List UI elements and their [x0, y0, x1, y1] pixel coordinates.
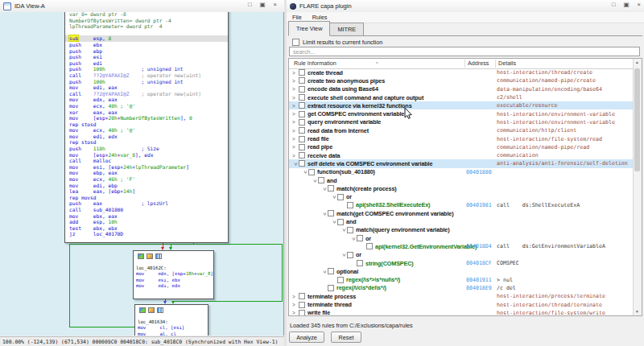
- expand-icon[interactable]: >: [292, 86, 299, 92]
- tree-row[interactable]: string(COMSPEC)004018CFCOMSPEC: [289, 259, 634, 267]
- row-checkbox[interactable]: [347, 252, 353, 258]
- row-checkbox[interactable]: [328, 285, 334, 291]
- tree-row[interactable]: >encode data using Base64data-manipulati…: [289, 85, 634, 93]
- row-checkbox[interactable]: [366, 243, 373, 249]
- row-checkbox[interactable]: [357, 235, 363, 241]
- tab-tree-view[interactable]: Tree View: [288, 21, 330, 36]
- row-checkbox[interactable]: [337, 277, 344, 283]
- tree-row[interactable]: >read data from Internetcommunication/ht…: [289, 126, 634, 134]
- float-window-icon[interactable]: ▣: [624, 1, 630, 8]
- column-rule-information[interactable]: Rule Information: [294, 59, 336, 68]
- tree-row[interactable]: >or: [289, 251, 634, 259]
- basic-block-loc-401634[interactable]: loc_401634:mov cl, [esi]mov al, cl: [134, 304, 208, 336]
- row-checkbox[interactable]: [337, 194, 344, 200]
- float-window-icon[interactable]: ▣: [260, 1, 266, 8]
- close-icon[interactable]: ×: [274, 1, 277, 8]
- row-checkbox[interactable]: [299, 102, 305, 109]
- tree-row[interactable]: >execute shell command and capture outpu…: [289, 93, 634, 101]
- tree-row[interactable]: >query environment variablehost-interact…: [289, 118, 634, 126]
- tree-row[interactable]: >match(get COMSPEC environment variable): [289, 209, 634, 217]
- row-checkbox[interactable]: [328, 210, 334, 216]
- maximize-icon[interactable]: □: [248, 1, 252, 8]
- search-input[interactable]: search...: [289, 47, 640, 56]
- maximize-icon[interactable]: □: [612, 1, 616, 8]
- ida-graph-view[interactable]: var_8= dword ptr -8NumberOfBytesWritten=…: [0, 12, 284, 336]
- row-checkbox[interactable]: [299, 152, 305, 159]
- scroll-down-icon[interactable]: ▾: [634, 308, 641, 315]
- expand-icon[interactable]: >: [292, 302, 299, 307]
- row-checkbox[interactable]: [328, 185, 334, 192]
- tree-row[interactable]: >terminate processhost-interaction/proce…: [289, 292, 634, 300]
- row-checkbox[interactable]: [318, 177, 324, 183]
- row-address[interactable]: 004018CF: [466, 260, 492, 266]
- expand-icon[interactable]: >: [292, 144, 299, 150]
- tree-row[interactable]: >create two anonymous pipescommunication…: [289, 76, 634, 84]
- tree-row[interactable]: >read pipecommunication/named-pipe/read: [289, 143, 634, 151]
- tree-row[interactable]: >extract resource via kernel32 functions…: [289, 101, 634, 109]
- analyze-button[interactable]: Analyze: [289, 332, 324, 343]
- expand-icon[interactable]: >: [292, 70, 299, 76]
- expand-icon[interactable]: >: [292, 111, 299, 117]
- menu-file[interactable]: File: [292, 14, 302, 21]
- tree-row[interactable]: api(kernel32.GetEnvironmentVariable)0040…: [289, 242, 634, 250]
- row-address[interactable]: 004018D4: [466, 243, 492, 249]
- row-address[interactable]: 00401981: [466, 202, 492, 208]
- row-checkbox[interactable]: [299, 144, 305, 150]
- tree-row[interactable]: >or: [289, 193, 634, 201]
- expand-icon[interactable]: >: [292, 294, 299, 299]
- row-checkbox[interactable]: [299, 86, 305, 93]
- close-icon[interactable]: ×: [638, 1, 641, 8]
- scroll-up-icon[interactable]: ▴: [634, 59, 641, 66]
- expand-icon[interactable]: >: [292, 119, 299, 125]
- reset-button[interactable]: Reset: [331, 332, 361, 343]
- limit-checkbox-row[interactable]: Limit results to current function: [292, 39, 382, 46]
- tree-row[interactable]: >read filehost-interaction/file-system/r…: [289, 134, 634, 142]
- row-checkbox[interactable]: [299, 160, 305, 167]
- row-checkbox[interactable]: [347, 202, 353, 208]
- row-checkbox[interactable]: [299, 111, 305, 117]
- row-checkbox[interactable]: [328, 268, 334, 274]
- column-address[interactable]: Address: [468, 59, 489, 68]
- rule-tree[interactable]: Rule Information Address Details ^ >crea…: [288, 58, 642, 316]
- row-checkbox[interactable]: [299, 77, 305, 84]
- row-checkbox[interactable]: [299, 69, 305, 76]
- tree-row[interactable]: >and: [289, 217, 634, 225]
- row-checkbox[interactable]: [357, 260, 363, 266]
- row-checkbox[interactable]: [299, 119, 305, 126]
- column-details[interactable]: Details: [498, 59, 516, 68]
- expand-icon[interactable]: >: [292, 136, 299, 142]
- row-checkbox[interactable]: [337, 219, 344, 225]
- limit-checkbox[interactable]: [292, 39, 299, 46]
- row-checkbox[interactable]: [299, 293, 305, 299]
- row-checkbox[interactable]: [308, 169, 315, 175]
- tree-row[interactable]: >receive datacommunication: [289, 151, 634, 159]
- tree-row[interactable]: regex(/\/c\s*del\s*/)004018E9/c del: [289, 284, 634, 292]
- tree-row[interactable]: >optional: [289, 267, 634, 275]
- row-address[interactable]: 00401911: [466, 277, 492, 283]
- row-checkbox[interactable]: [347, 227, 353, 233]
- basic-block-loc-40162C[interactable]: loc_40162C:mov edx, [esp+18h+var_8]mov e…: [133, 250, 214, 299]
- expand-icon[interactable]: >: [292, 103, 299, 109]
- tree-row[interactable]: >and: [289, 176, 634, 184]
- row-checkbox[interactable]: [299, 136, 305, 142]
- tree-row[interactable]: >self delete via COMSPEC environment var…: [289, 159, 634, 167]
- row-checkbox[interactable]: [299, 310, 305, 316]
- expand-icon[interactable]: >: [292, 153, 299, 159]
- tree-row[interactable]: >match(create process): [289, 184, 634, 192]
- row-address[interactable]: 004018E9: [466, 285, 492, 291]
- tree-row[interactable]: >create threadhost-interaction/thread/cr…: [289, 68, 634, 76]
- tree-row[interactable]: >or: [289, 234, 634, 242]
- row-checkbox[interactable]: [299, 302, 305, 308]
- tree-row[interactable]: >function(sub_401880)00401880: [289, 168, 634, 176]
- scrollbar-thumb[interactable]: [634, 68, 640, 171]
- tree-row[interactable]: regex(/\s*>\s*nul\s*/)00401911> nul: [289, 276, 634, 284]
- row-checkbox[interactable]: [299, 127, 305, 134]
- tree-row[interactable]: >match(query environment variable): [289, 226, 634, 234]
- tab-mitre[interactable]: MITRE: [329, 23, 364, 36]
- expand-icon[interactable]: >: [292, 310, 299, 315]
- expand-icon[interactable]: >: [292, 78, 299, 84]
- tree-row[interactable]: >get COMSPEC environment variablehost-in…: [289, 110, 634, 118]
- tree-row[interactable]: >write filehost-interaction/file-system/…: [289, 309, 634, 316]
- row-address[interactable]: 00401880: [466, 169, 492, 175]
- basic-block-sub-4018C0[interactable]: var_8= dword ptr -8NumberOfBytesWritten=…: [64, 12, 229, 243]
